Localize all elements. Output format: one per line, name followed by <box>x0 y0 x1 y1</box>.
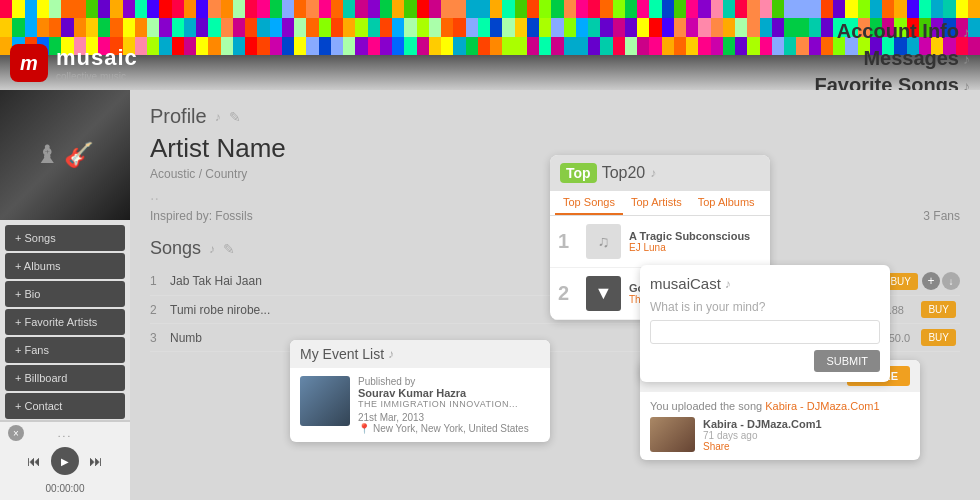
event-thumbnail <box>300 376 350 426</box>
song-number: 2 <box>150 303 170 317</box>
song-thumbnail: ♫ <box>586 224 621 259</box>
sidebar-item-songs[interactable]: + Songs <box>5 225 125 251</box>
sidebar: ♝ 🎸 + Songs + Albums + Bio + Favorite Ar… <box>0 90 130 500</box>
songs-music-note: ♪ <box>209 242 215 256</box>
nav-messages[interactable]: Messages ♪ <box>863 47 970 70</box>
song-number: 1 <box>150 274 170 288</box>
billboard-item: Kabira - DJMaza.Com1 71 days ago Share <box>650 417 910 452</box>
billboard-song-name: Kabira - DJMaza.Com1 <box>703 418 910 430</box>
sidebar-item-billboard[interactable]: + Billboard <box>5 365 125 391</box>
song-number: 3 <box>150 331 170 345</box>
song-title: A Tragic Subconscious <box>629 230 762 242</box>
player-time: 00:00:00 <box>46 483 85 494</box>
billboard-body: You uploaded the song Kabira - DJMaza.Co… <box>640 392 920 460</box>
player-close-button[interactable]: × <box>8 425 24 441</box>
song-cover-thumbnail <box>650 417 695 452</box>
top20-logo: Top <box>560 163 597 183</box>
download-button[interactable]: ↓ <box>942 272 960 290</box>
songs-title: Songs <box>150 238 201 259</box>
tab-top-artists[interactable]: Top Artists <box>623 191 690 215</box>
logo-area: m musaic collective music <box>10 44 138 82</box>
logo-icon: m <box>10 44 48 82</box>
musaicast-panel: musaiCast ♪ What is in your mind? SUBMIT <box>640 265 890 382</box>
sidebar-menu: + Songs + Albums + Bio + Favorite Artist… <box>0 225 130 421</box>
event-list-header: My Event List ♪ <box>290 340 550 368</box>
buy-button[interactable]: BUY <box>921 329 956 346</box>
rank-number: 2 <box>558 282 578 305</box>
published-by-label: Published by <box>358 376 540 387</box>
top20-tabs: Top Songs Top Artists Top Albums <box>550 191 770 216</box>
event-list-panel: My Event List ♪ Published by Sourav Kuma… <box>290 340 550 442</box>
edit-songs-icon[interactable]: ✎ <box>223 241 235 257</box>
musaicast-title: musaiCast <box>650 275 721 292</box>
musaicast-submit-button[interactable]: SUBMIT <box>814 350 880 372</box>
song-thumbnail: ▼ <box>586 276 621 311</box>
top20-header: Top Top20 ♪ <box>550 155 770 191</box>
rank-number: 1 <box>558 230 578 253</box>
tab-top-albums[interactable]: Top Albums <box>690 191 763 215</box>
list-item: 1 ♫ A Tragic Subconscious EJ Luna <box>550 216 770 268</box>
location-pin-icon: 📍 <box>358 423 370 434</box>
organization: THE IMMIGRATION INNOVATION... <box>358 399 540 409</box>
event-body: Published by Sourav Kumar Hazra THE IMMI… <box>290 368 550 442</box>
tab-top-songs[interactable]: Top Songs <box>555 191 623 215</box>
sidebar-item-albums[interactable]: + Albums <box>5 253 125 279</box>
player-dots: ... <box>58 428 72 439</box>
billboard-share-link[interactable]: Share <box>703 441 910 452</box>
add-to-playlist-button[interactable]: + <box>922 272 940 290</box>
profile-title: Profile <box>150 105 207 128</box>
billboard-text: You uploaded the song Kabira - DJMaza.Co… <box>650 400 910 412</box>
sidebar-item-contact[interactable]: + Contact <box>5 393 125 419</box>
nav-favorite-songs[interactable]: Favorite Songs ♪ <box>815 74 970 90</box>
artist-link[interactable]: EJ Luna <box>629 242 762 253</box>
inspired-by: Inspired by: Fossils <box>150 209 253 223</box>
top20-title: Top20 <box>602 164 646 182</box>
sidebar-item-favorite-artists[interactable]: + Favorite Artists <box>5 309 125 335</box>
fans-count: 3 Fans <box>923 209 960 223</box>
app-tagline: collective music <box>56 71 138 82</box>
song-link[interactable]: Kabira - DJMaza.Com1 <box>765 400 879 412</box>
musaicast-input[interactable] <box>650 320 880 344</box>
next-button[interactable]: ⏭ <box>89 453 103 469</box>
song-details: Kabira - DJMaza.Com1 71 days ago Share <box>703 418 910 452</box>
profile-header: Profile ♪ ✎ <box>150 105 960 128</box>
event-location: 📍 New York, New York, United States <box>358 423 540 434</box>
right-nav: Account Info ♪ Messages ♪ Favorite Songs… <box>813 20 970 90</box>
song-info: A Tragic Subconscious EJ Luna <box>629 230 762 253</box>
publisher-name: Sourav Kumar Hazra <box>358 387 540 399</box>
musaicast-header: musaiCast ♪ <box>650 275 880 292</box>
sidebar-item-fans[interactable]: + Fans <box>5 337 125 363</box>
prev-button[interactable]: ⏮ <box>27 453 41 469</box>
nav-account-info[interactable]: Account Info ♪ <box>837 20 970 43</box>
app-name: musaic <box>56 45 138 71</box>
player-bar: × ... ⏮ ▶ ⏭ 00:00:00 <box>0 420 130 500</box>
app-header: m musaic collective music Account Info ♪… <box>0 0 980 90</box>
player-controls: ⏮ ▶ ⏭ <box>27 447 103 475</box>
music-note-icon: ♪ <box>215 110 221 124</box>
musaicast-prompt: What is in your mind? <box>650 300 880 314</box>
sidebar-item-bio[interactable]: + Bio <box>5 281 125 307</box>
artist-photo: ♝ 🎸 <box>0 90 130 220</box>
event-info: Published by Sourav Kumar Hazra THE IMMI… <box>358 376 540 434</box>
event-list-title: My Event List <box>300 346 384 362</box>
billboard-days-ago: 71 days ago <box>703 430 910 441</box>
buy-button[interactable]: BUY <box>921 301 956 318</box>
event-date: 21st Mar, 2013 <box>358 412 540 423</box>
edit-profile-icon[interactable]: ✎ <box>229 109 241 125</box>
play-button[interactable]: ▶ <box>51 447 79 475</box>
